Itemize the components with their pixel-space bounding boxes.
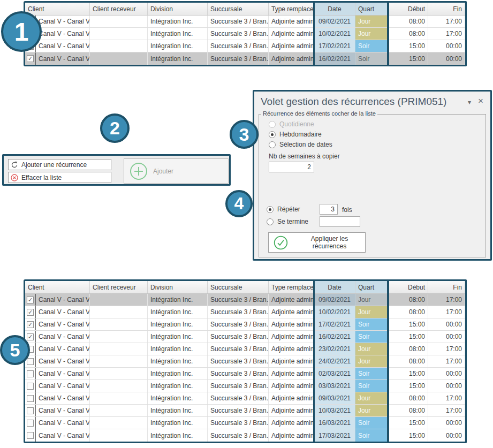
column-header[interactable]: Début [388, 281, 428, 293]
radio-se-termine-circle[interactable] [267, 218, 274, 225]
table-cell: Adjointe admini... [269, 331, 314, 343]
clear-list-button[interactable]: Effacer la liste [8, 172, 111, 183]
table-row[interactable]: ✓Canal V - Canal V...Intégration Inc.Suc… [25, 28, 465, 40]
delete-circle-icon [11, 174, 18, 181]
table-row[interactable]: Canal V - Canal V...Intégration Inc.Succ… [25, 355, 465, 368]
table-row[interactable]: ✓Canal V - Canal V...Intégration Inc.Suc… [25, 294, 465, 306]
table-cell: Intégration Inc. [148, 40, 208, 52]
column-header[interactable]: Date [314, 3, 355, 15]
radio-selection-dates[interactable]: Sélection de dates [269, 141, 332, 148]
column-header[interactable]: Client [25, 281, 90, 293]
column-header[interactable]: Client [25, 3, 90, 15]
table-body: ✓Canal V - Canal V...Intégration Inc.Suc… [25, 16, 465, 65]
table-row[interactable]: ✓Canal V - Canal V...Intégration Inc.Suc… [25, 52, 465, 65]
table-cell: 15:00 [388, 52, 428, 65]
radio-hebdomadaire-circle[interactable] [269, 131, 276, 138]
table-cell: 00:00 [428, 429, 465, 442]
table-row[interactable]: ✓Canal V - Canal V...Intégration Inc.Suc… [25, 331, 465, 343]
row-checkbox[interactable] [27, 383, 34, 390]
column-header[interactable]: Quart [355, 281, 388, 293]
date-cell: 17/02/2021 [314, 318, 355, 330]
table-row[interactable]: Canal V - Canal V...Intégration Inc.Succ… [25, 417, 465, 429]
table-cell: 00:00 [428, 368, 465, 379]
column-header[interactable]: Division [148, 281, 208, 293]
table-cell: Succursale 3 / Bran... [208, 331, 269, 343]
row-checkbox[interactable]: ✓ [27, 333, 34, 340]
date-cell: 09/02/2021 [314, 16, 355, 27]
repeat-count-input[interactable] [320, 204, 338, 215]
radio-selection-dates-label: Sélection de dates [279, 141, 332, 148]
column-header[interactable]: Date [314, 281, 355, 293]
radio-quotidienne[interactable]: Quotidienne [269, 120, 314, 128]
table-cell: Intégration Inc. [148, 52, 208, 65]
add-button[interactable]: Ajouter [124, 158, 229, 184]
column-header[interactable]: Quart [355, 3, 388, 15]
row-checkbox[interactable] [27, 358, 34, 365]
column-header[interactable]: Fin [428, 281, 465, 293]
table-row[interactable]: ✓Canal V - Canal V...Intégration Inc.Suc… [25, 318, 465, 331]
radio-repeter[interactable]: Répéter [267, 206, 300, 213]
row-checkbox[interactable] [27, 407, 34, 414]
row-checkbox[interactable] [27, 420, 34, 427]
column-header[interactable]: Client receveur [90, 3, 148, 15]
check-circle-icon [274, 236, 288, 250]
table-cell [90, 343, 148, 355]
table-cell: Canal V - Canal V... [36, 294, 90, 306]
table-cell: Succursale 3 / Bran... [208, 28, 269, 40]
table-cell: Canal V - Canal V... [36, 392, 90, 404]
table-cell: Canal V - Canal V... [36, 306, 90, 318]
caret-down-icon[interactable]: ▾ [468, 98, 471, 106]
row-checkbox[interactable]: ✓ [27, 309, 34, 316]
row-checkbox[interactable] [27, 395, 34, 402]
table-cell [25, 405, 36, 416]
clear-list-label: Effacer la liste [21, 174, 62, 181]
group-label: Récurrence des éléments cocher de la lis… [261, 110, 377, 117]
radio-hebdomadaire[interactable]: Hebdomadaire [269, 131, 322, 138]
row-checkbox[interactable]: ✓ [27, 297, 34, 303]
add-recurrence-button[interactable]: Ajouter une récurrence [8, 159, 111, 170]
close-icon[interactable]: × [478, 96, 483, 107]
nb-semaines-input[interactable] [269, 162, 314, 172]
table-row[interactable]: Canal V - Canal V...Intégration Inc.Succ… [25, 380, 465, 392]
table-cell: Canal V - Canal V... [36, 380, 90, 392]
table-row[interactable]: ✓Canal V - Canal V...Intégration Inc.Suc… [25, 306, 465, 318]
end-date-input[interactable] [320, 216, 360, 227]
table-cell: Intégration Inc. [148, 16, 208, 27]
table-cell: 17:00 [428, 16, 465, 27]
column-header[interactable]: Division [148, 3, 208, 15]
radio-repeter-circle[interactable] [267, 206, 274, 213]
radio-selection-dates-circle[interactable] [269, 141, 276, 148]
radio-quotidienne-circle[interactable] [269, 121, 276, 128]
apply-recurrences-button[interactable]: Appliquer les récurrences [268, 232, 366, 253]
column-header[interactable]: Fin [428, 3, 465, 15]
column-header[interactable]: Type remplacem... [269, 3, 314, 15]
radio-se-termine[interactable]: Se termine [267, 218, 308, 225]
column-header[interactable]: Succursale [208, 3, 269, 15]
date-cell: 10/02/2021 [314, 28, 355, 40]
row-checkbox[interactable]: ✓ [27, 321, 34, 328]
row-checkbox[interactable] [27, 432, 34, 439]
column-header[interactable]: Début [388, 3, 428, 15]
date-cell: 16/03/2021 [314, 417, 355, 429]
table-row[interactable]: Canal V - Canal V...Intégration Inc.Succ… [25, 368, 465, 380]
table-cell: Canal V - Canal V... [36, 318, 90, 330]
table-row[interactable]: Canal V - Canal V...Intégration Inc.Succ… [25, 429, 465, 442]
table-cell [90, 318, 148, 330]
column-header[interactable]: Type remplacem... [269, 281, 314, 293]
quart-cell: Jour [355, 392, 388, 404]
table-cell: 17:00 [428, 355, 465, 367]
table-row[interactable]: Canal V - Canal V...Intégration Inc.Succ… [25, 343, 465, 355]
table-row[interactable]: Canal V - Canal V...Intégration Inc.Succ… [25, 392, 465, 405]
column-header[interactable]: Succursale [208, 281, 269, 293]
table-row[interactable]: ✓Canal V - Canal V...Intégration Inc.Suc… [25, 40, 465, 52]
table-cell: Canal V - Canal V... [36, 405, 90, 416]
table-row[interactable]: Canal V - Canal V...Intégration Inc.Succ… [25, 405, 465, 417]
table-cell: Intégration Inc. [148, 318, 208, 330]
column-header[interactable]: Client receveur [90, 281, 148, 293]
table-cell: Adjointe admini... [269, 306, 314, 318]
row-checkbox[interactable] [27, 370, 34, 377]
table-cell: 15:00 [388, 417, 428, 429]
row-checkbox[interactable]: ✓ [27, 55, 34, 62]
table-row[interactable]: ✓Canal V - Canal V...Intégration Inc.Suc… [25, 16, 465, 28]
table-cell: ✓ [25, 294, 36, 306]
